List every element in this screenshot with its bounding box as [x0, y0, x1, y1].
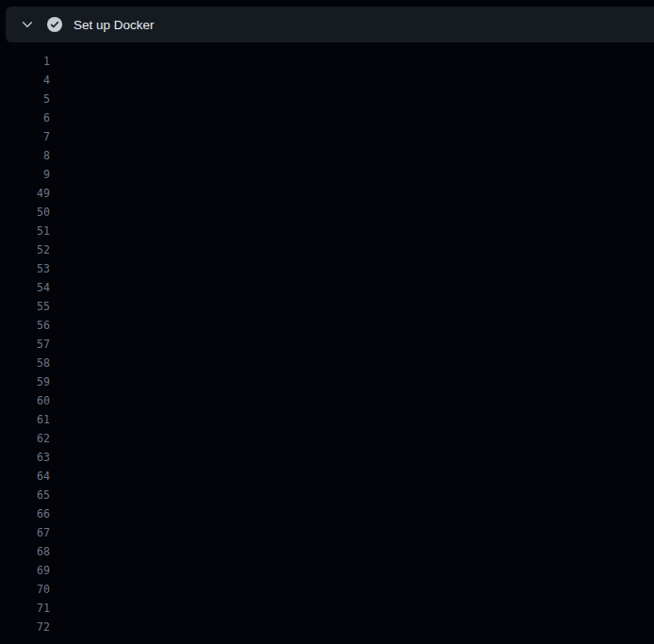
log-row: 7 Fixing perms: [0, 127, 654, 146]
log-line-content: ▶ Start Docker daemon: [60, 165, 654, 184]
line-number[interactable]: 68: [0, 542, 50, 561]
log-row: 53 /opt/hostedtoolcache/docker-stable/23…: [0, 259, 654, 278]
log-row: 9 ▶ Start Docker daemon: [0, 165, 654, 184]
log-row: 5 Downloading https://download.docker.co…: [0, 90, 654, 108]
log-line-content: Current context is now "setup-docker-act…: [60, 297, 654, 316]
log-row: 65 Context: setup-docker-action: [0, 486, 654, 504]
log-line-content: setup-docker-action: [60, 222, 654, 240]
log-line-content: Go version: go1.19.5: [60, 410, 654, 429]
line-number[interactable]: 53: [0, 259, 50, 278]
log-line-content: API version: 1.42: [60, 391, 654, 410]
line-number[interactable]: 58: [0, 354, 50, 372]
log-line-content: Server: Docker Engine - Community: [60, 523, 654, 542]
log-line-content: setup-docker-action: [60, 278, 654, 297]
log-row: 63 Built: Wed Feb 1 17:43:29 2023: [0, 448, 654, 467]
log-row: 50 /opt/hostedtoolcache/docker-stable/23…: [0, 203, 654, 222]
line-number[interactable]: 71: [0, 599, 50, 618]
log-line-content: Successfully created context "setup-dock…: [60, 240, 654, 259]
log-line-content: /opt/hostedtoolcache/docker-stable/23.0.…: [60, 203, 654, 222]
line-number[interactable]: 72: [0, 618, 50, 636]
step-header[interactable]: Set up Docker: [6, 7, 654, 42]
log-line-content: Git commit: d7573ab: [60, 618, 654, 636]
line-number[interactable]: 52: [0, 240, 50, 259]
log-row: 8 Added Docker to PATH: [0, 146, 654, 165]
log-row: 59 Version: 23.0.0: [0, 372, 654, 391]
log-row: 51 setup-docker-action: [0, 222, 654, 240]
line-number[interactable]: 51: [0, 222, 50, 240]
log-line-content: Added Docker to PATH: [60, 146, 654, 165]
line-number[interactable]: 57: [0, 335, 50, 354]
line-number[interactable]: 9: [0, 165, 50, 184]
log-line-content: API version: 1.42 (minimum version 1.12): [60, 580, 654, 599]
log-row: 72 Git commit: d7573ab: [0, 618, 654, 636]
log-row: 58 Client:: [0, 354, 654, 372]
check-circle-icon: [47, 17, 62, 32]
line-number[interactable]: 60: [0, 391, 50, 410]
log-row: 49 ▼ Create Docker context: [0, 184, 654, 203]
log-row: 6 /usr/bin/tar xz --warning=no-unknown-k…: [0, 108, 654, 127]
log-row: 67 Server: Docker Engine - Community: [0, 523, 654, 542]
line-number[interactable]: 64: [0, 467, 50, 486]
line-number[interactable]: 61: [0, 410, 50, 429]
log-row: 68 Engine:: [0, 542, 654, 561]
line-number[interactable]: 55: [0, 297, 50, 316]
log-line-content: ▶ Run ./: [60, 52, 654, 71]
log-line-content: Client:: [60, 354, 654, 372]
log-line-content: ▼ Download docker: [60, 71, 654, 90]
log-line-content: Context: setup-docker-action: [60, 486, 654, 504]
log-line-content: OS/Arch: linux/amd64: [60, 467, 654, 486]
log-row: 70 API version: 1.42 (minimum version 1.…: [0, 580, 654, 599]
log-row: 57 /opt/hostedtoolcache/docker-stable/23…: [0, 335, 654, 354]
line-number[interactable]: 66: [0, 504, 50, 523]
log-row: 4 ▼ Download docker: [0, 71, 654, 90]
log-row: 55 Current context is now "setup-docker-…: [0, 297, 654, 316]
line-number[interactable]: 1: [0, 52, 50, 71]
line-number[interactable]: 49: [0, 184, 50, 203]
log-row: 61 Go version: go1.19.5: [0, 410, 654, 429]
line-number[interactable]: 62: [0, 429, 50, 448]
log-row: 60 API version: 1.42: [0, 391, 654, 410]
line-number[interactable]: 5: [0, 90, 50, 108]
log-row: 56 ▼ Docker info: [0, 316, 654, 335]
log-area: 1 ▶ Run ./ 4 ▼ Download docker 5 Downloa…: [0, 42, 654, 636]
line-number[interactable]: 63: [0, 448, 50, 467]
line-number[interactable]: 67: [0, 523, 50, 542]
log-row: 64 OS/Arch: linux/amd64: [0, 467, 654, 486]
log-line-content: /opt/hostedtoolcache/docker-stable/23.0.…: [60, 259, 654, 278]
log-line-content: Downloading https://download.docker.com/…: [60, 90, 654, 108]
log-line-content: Fixing perms: [60, 127, 654, 146]
log-line-content: Engine:: [60, 542, 654, 561]
line-number[interactable]: 54: [0, 278, 50, 297]
log-line-content: Built: Wed Feb 1 17:43:29 2023: [60, 448, 654, 467]
log-line-content: /opt/hostedtoolcache/docker-stable/23.0.…: [60, 335, 654, 354]
log-line-content: [60, 504, 654, 523]
line-number[interactable]: 7: [0, 127, 50, 146]
log-row: 69 Version: 23.0.0: [0, 561, 654, 580]
log-row: 52 Successfully created context "setup-d…: [0, 240, 654, 259]
log-row: 62 Git commit: e92dd87: [0, 429, 654, 448]
line-number[interactable]: 70: [0, 580, 50, 599]
line-number[interactable]: 65: [0, 486, 50, 504]
log-line-content: ▼ Docker info: [60, 316, 654, 335]
step-title: Set up Docker: [74, 18, 155, 32]
log-line-content: /usr/bin/tar xz --warning=no-unknown-key…: [60, 108, 654, 127]
line-number[interactable]: 59: [0, 372, 50, 391]
log-line-content: Version: 23.0.0: [60, 561, 654, 580]
log-line-content: Git commit: e92dd87: [60, 429, 654, 448]
line-number[interactable]: 56: [0, 316, 50, 335]
line-number[interactable]: 50: [0, 203, 50, 222]
line-number[interactable]: 6: [0, 108, 50, 127]
log-row: 1 ▶ Run ./: [0, 52, 654, 71]
log-row: 71 Go version: go1.19.5: [0, 599, 654, 618]
log-line-content: ▼ Create Docker context: [60, 184, 654, 203]
chevron-down-icon[interactable]: [21, 18, 34, 31]
log-line-content: Go version: go1.19.5: [60, 599, 654, 618]
log-line-content: Version: 23.0.0: [60, 372, 654, 391]
log-row: 54 setup-docker-action: [0, 278, 654, 297]
log-row: 66: [0, 504, 654, 523]
line-number[interactable]: 4: [0, 71, 50, 90]
line-number[interactable]: 69: [0, 561, 50, 580]
line-number[interactable]: 8: [0, 146, 50, 165]
